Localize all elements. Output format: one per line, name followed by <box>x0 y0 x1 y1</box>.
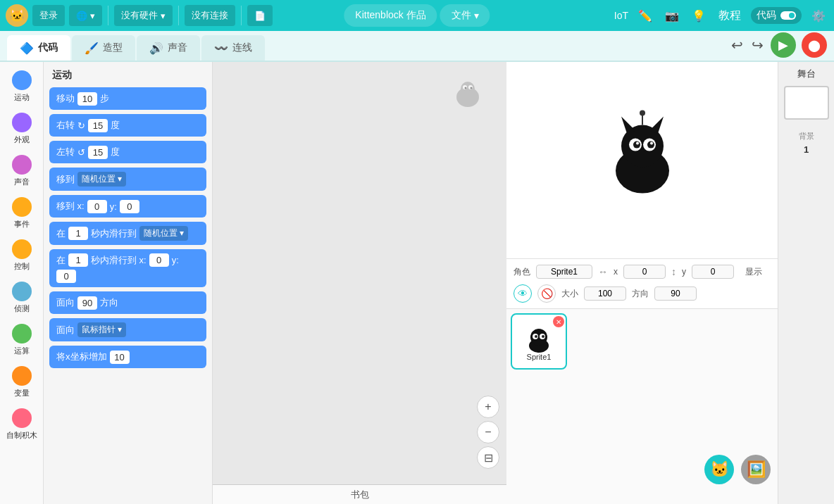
sprite-item-sprite1[interactable]: ✕ Sprite1 <box>511 313 567 370</box>
block-face-mouse[interactable]: 面向 鼠标指针 ▾ <box>49 318 206 341</box>
sprite-add-fab[interactable]: 🐱 <box>704 455 734 484</box>
edit-icon: ✏️ <box>638 9 652 23</box>
block-goto-xy[interactable]: 移到 x: 0 y: 0 <box>49 195 206 218</box>
direction-input[interactable] <box>654 286 697 301</box>
zoom-out-button[interactable]: − <box>477 421 499 443</box>
login-button[interactable]: 登录 <box>32 5 65 26</box>
sensing-label: 侦测 <box>14 303 30 314</box>
size-input[interactable] <box>584 286 626 301</box>
hardware-button[interactable]: 没有硬件 ▾ <box>114 5 173 26</box>
block-goto-y-value[interactable]: 0 <box>120 200 139 213</box>
tab-connect[interactable]: 〰️ 连线 <box>201 35 265 61</box>
iot-label[interactable]: IoT <box>614 10 628 21</box>
zoom-fit-button[interactable]: ⊟ <box>477 446 499 469</box>
block-add-x-value[interactable]: 10 <box>110 351 130 364</box>
sensing-dot <box>12 282 32 301</box>
tab-costume-label: 造型 <box>103 42 123 54</box>
stage-bottom-buttons <box>759 493 771 504</box>
block-face-dir-label2: 方向 <box>100 296 118 309</box>
block-add-x[interactable]: 将x坐标增加 10 <box>49 346 206 368</box>
connection-button[interactable]: 没有连接 <box>185 5 235 26</box>
block-turn-left-value[interactable]: 15 <box>88 146 108 159</box>
svg-point-5 <box>471 87 473 89</box>
sprite-delete-button[interactable]: ✕ <box>553 316 564 327</box>
settings-button[interactable]: ⚙️ <box>809 6 828 25</box>
block-goto-x-value[interactable]: 0 <box>87 200 107 213</box>
camera-icon-button[interactable]: 📷 <box>662 6 682 25</box>
category-custom[interactable]: 自制积木 <box>4 404 40 445</box>
block-glide-xy-value[interactable]: 1 <box>68 253 88 267</box>
x-input[interactable] <box>623 265 666 279</box>
category-motion[interactable]: 运动 <box>4 66 40 107</box>
block-glide-xy-x[interactable]: 0 <box>149 253 169 267</box>
logo[interactable]: 🐱 <box>6 4 28 27</box>
main-area: 运动 外观 声音 事件 控制 侦测 运算 变量 <box>0 62 834 504</box>
categories-panel: 运动 外观 声音 事件 控制 侦测 运算 变量 <box>0 62 44 504</box>
sprite-name-input[interactable] <box>536 265 592 279</box>
category-sensing[interactable]: 侦测 <box>4 277 40 318</box>
block-turn-left[interactable]: 左转 ↺ 15 度 <box>49 141 206 163</box>
block-glide[interactable]: 在 1 秒内滑行到 随机位置 ▾ <box>49 222 206 245</box>
category-sound[interactable]: 声音 <box>4 151 40 191</box>
script-area[interactable]: + − ⊟ 书包 <box>213 62 506 504</box>
block-move-suffix: 步 <box>100 92 109 105</box>
tab-costume[interactable]: 🖌️ 造型 <box>72 35 135 61</box>
y-input[interactable] <box>692 265 734 279</box>
file-icon: 📄 <box>254 11 266 21</box>
zoom-in-button[interactable]: + <box>477 396 499 418</box>
variables-dot <box>12 366 32 386</box>
category-control[interactable]: 控制 <box>4 235 40 276</box>
project-title: Kittenblock 作品 <box>355 9 425 22</box>
tutorial-button[interactable]: 教程 <box>716 6 744 26</box>
script-sprite-ghost <box>450 76 485 111</box>
block-glide-xy-y[interactable]: 0 <box>56 270 76 283</box>
toggle-dot <box>780 11 796 20</box>
block-turn-right[interactable]: 右转 ↻ 15 度 <box>49 114 206 137</box>
svg-point-1 <box>461 82 475 96</box>
block-goto[interactable]: 移到 随机位置 ▾ <box>49 168 206 191</box>
category-events[interactable]: 事件 <box>4 193 40 234</box>
tab-sound[interactable]: 🔊 声音 <box>137 35 200 61</box>
stage-thumbnail[interactable] <box>784 86 829 120</box>
block-face-mouse-label: 面向 <box>56 324 75 336</box>
block-turn-right-value[interactable]: 15 <box>88 119 108 132</box>
operators-label: 运算 <box>14 346 30 356</box>
size-label: 大小 <box>561 288 578 300</box>
code-toggle[interactable]: 代码 <box>751 7 802 24</box>
bg-label: 背景 <box>799 131 814 141</box>
file-icon-button[interactable]: 📄 <box>247 5 273 26</box>
sound-label: 声音 <box>14 177 30 187</box>
block-goto-dropdown[interactable]: 随机位置 ▾ <box>77 172 126 187</box>
category-variables[interactable]: 变量 <box>4 362 40 403</box>
block-glide-label2: 秒内滑行到 <box>91 227 137 240</box>
language-button[interactable]: 🌐 ▾ <box>69 5 102 26</box>
show-eye-button[interactable]: 👁 <box>514 284 532 303</box>
blocks-panel: 运动 移动 10 步 右转 ↻ 15 度 左转 ↺ 15 度 移到 随机位置 ▾ <box>44 62 213 504</box>
tab-code[interactable]: 🔷 代码 <box>7 35 70 61</box>
hide-eye-button[interactable]: 🚫 <box>537 284 556 303</box>
block-goto-xy-label: 移到 x: <box>56 200 85 213</box>
svg-point-17 <box>640 110 645 115</box>
block-glide-value[interactable]: 1 <box>68 227 88 240</box>
tab-connect-icon: 〰️ <box>214 42 228 55</box>
edit-icon-button[interactable]: ✏️ <box>635 6 655 25</box>
block-face-mouse-dropdown[interactable]: 鼠标指针 ▾ <box>77 322 126 337</box>
file-menu-button[interactable]: 文件 ▾ <box>440 4 490 27</box>
scene-add-fab[interactable]: 🖼️ <box>741 455 771 484</box>
redo-button[interactable]: ↪ <box>750 35 765 55</box>
block-glide-xy[interactable]: 在 1 秒内滑行到 x: 0 y: 0 <box>49 249 206 287</box>
run-button[interactable]: ▶ <box>771 32 796 58</box>
bulb-icon-button[interactable]: 💡 <box>689 6 709 25</box>
block-face-dir-value[interactable]: 90 <box>77 296 97 310</box>
undo-button[interactable]: ↩ <box>730 35 745 55</box>
category-operators[interactable]: 运算 <box>4 320 40 360</box>
bookbag-label: 书包 <box>351 489 369 501</box>
block-move[interactable]: 移动 10 步 <box>49 87 206 110</box>
block-move-value[interactable]: 10 <box>77 92 97 106</box>
looks-label: 外观 <box>14 134 30 145</box>
stop-button[interactable]: ⬤ <box>802 32 827 58</box>
project-title-button[interactable]: Kittenblock 作品 <box>344 4 437 27</box>
block-glide-dropdown[interactable]: 随机位置 ▾ <box>139 226 188 241</box>
category-looks[interactable]: 外观 <box>4 108 40 149</box>
block-face-dir[interactable]: 面向 90 方向 <box>49 291 206 314</box>
